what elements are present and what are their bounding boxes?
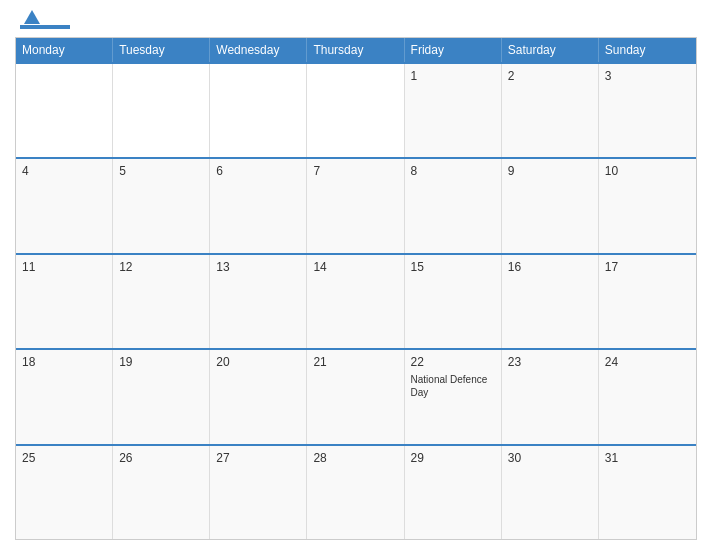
day-number: 10 [605,164,690,178]
cal-cell: 2 [502,64,599,157]
cal-cell: 23 [502,350,599,443]
cal-cell: 26 [113,446,210,539]
cal-cell: 18 [16,350,113,443]
cal-cell: 28 [307,446,404,539]
cal-cell: 13 [210,255,307,348]
cal-cell: 11 [16,255,113,348]
day-number: 24 [605,355,690,369]
cal-cell: 25 [16,446,113,539]
cal-cell: 31 [599,446,696,539]
header-day-friday: Friday [405,38,502,62]
day-number: 15 [411,260,495,274]
day-number: 5 [119,164,203,178]
header-day-sunday: Sunday [599,38,696,62]
day-number: 4 [22,164,106,178]
logo-triangle-icon [24,10,40,24]
cal-cell: 16 [502,255,599,348]
day-number: 23 [508,355,592,369]
day-number: 29 [411,451,495,465]
day-number: 31 [605,451,690,465]
page-header [15,10,697,29]
day-number: 8 [411,164,495,178]
day-number: 13 [216,260,300,274]
day-number: 30 [508,451,592,465]
cal-cell: 6 [210,159,307,252]
day-number: 20 [216,355,300,369]
day-number: 3 [605,69,690,83]
cal-cell: 1 [405,64,502,157]
day-number: 26 [119,451,203,465]
cal-cell: 4 [16,159,113,252]
day-number: 16 [508,260,592,274]
header-day-tuesday: Tuesday [113,38,210,62]
day-number: 7 [313,164,397,178]
day-number: 28 [313,451,397,465]
cal-cell: 5 [113,159,210,252]
cal-cell: 3 [599,64,696,157]
cal-cell [113,64,210,157]
cal-cell: 15 [405,255,502,348]
cal-cell: 14 [307,255,404,348]
cal-cell: 8 [405,159,502,252]
calendar-page: MondayTuesdayWednesdayThursdayFridaySatu… [0,0,712,550]
cal-cell: 10 [599,159,696,252]
cal-cell: 19 [113,350,210,443]
day-number: 12 [119,260,203,274]
cal-cell: 24 [599,350,696,443]
cal-cell: 20 [210,350,307,443]
day-number: 21 [313,355,397,369]
cal-cell [210,64,307,157]
calendar-grid: MondayTuesdayWednesdayThursdayFridaySatu… [15,37,697,540]
day-number: 2 [508,69,592,83]
cal-cell: 29 [405,446,502,539]
week-row-5: 25262728293031 [16,444,696,539]
day-number: 9 [508,164,592,178]
day-number: 14 [313,260,397,274]
cal-cell [307,64,404,157]
day-number: 18 [22,355,106,369]
logo [20,10,70,29]
week-row-4: 1819202122National Defence Day2324 [16,348,696,443]
header-day-thursday: Thursday [307,38,404,62]
day-number: 11 [22,260,106,274]
cal-cell: 7 [307,159,404,252]
cal-cell: 30 [502,446,599,539]
cal-cell: 12 [113,255,210,348]
day-number: 17 [605,260,690,274]
cal-cell: 22National Defence Day [405,350,502,443]
day-number: 22 [411,355,495,369]
day-number: 27 [216,451,300,465]
week-row-1: 123 [16,62,696,157]
header-day-wednesday: Wednesday [210,38,307,62]
calendar-body: 12345678910111213141516171819202122Natio… [16,62,696,539]
logo-bar [20,25,70,29]
cal-cell: 27 [210,446,307,539]
header-day-monday: Monday [16,38,113,62]
week-row-2: 45678910 [16,157,696,252]
week-row-3: 11121314151617 [16,253,696,348]
day-number: 6 [216,164,300,178]
cal-cell: 17 [599,255,696,348]
cal-cell: 21 [307,350,404,443]
cal-cell: 9 [502,159,599,252]
day-number: 1 [411,69,495,83]
day-number: 25 [22,451,106,465]
cal-cell [16,64,113,157]
day-number: 19 [119,355,203,369]
calendar-header: MondayTuesdayWednesdayThursdayFridaySatu… [16,38,696,62]
holiday-label: National Defence Day [411,373,495,399]
header-day-saturday: Saturday [502,38,599,62]
